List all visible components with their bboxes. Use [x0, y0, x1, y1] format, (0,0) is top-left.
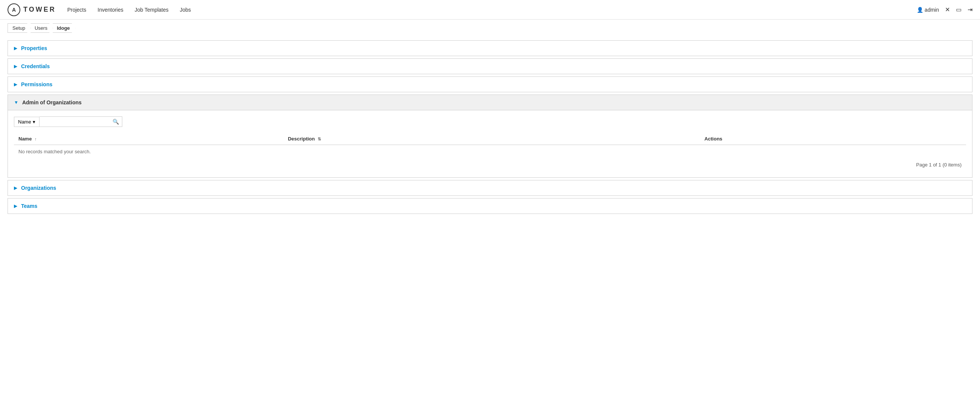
pagination-info: Page 1 of 1 (0 items) — [14, 158, 966, 171]
table-row-empty: No records matched your search. — [14, 145, 966, 158]
col-name-sort-icon: ↑ — [35, 137, 37, 141]
col-description-label: Description — [288, 136, 315, 142]
arrow-icon-organizations: ▶ — [14, 185, 18, 190]
monitor-icon[interactable]: ▭ — [956, 6, 962, 13]
section-body-admin-orgs: Name ▾ 🔍 Name ↑ De — [8, 110, 972, 177]
arrow-icon-admin-orgs: ▼ — [14, 100, 18, 105]
col-name-label: Name — [18, 136, 32, 142]
breadcrumb: Setup Users ldoge — [0, 19, 980, 37]
section-title-properties: Properties — [21, 45, 47, 51]
search-bar: Name ▾ 🔍 — [14, 117, 966, 127]
arrow-icon-teams: ▶ — [14, 203, 18, 209]
arrow-icon-properties: ▶ — [14, 46, 18, 51]
nav-links: Projects Inventories Job Templates Jobs — [67, 5, 917, 14]
col-description-sort-icon: ⇅ — [318, 137, 321, 141]
nav-user[interactable]: 👤 admin — [917, 7, 939, 13]
section-header-properties[interactable]: ▶ Properties — [8, 41, 972, 56]
admin-orgs-table: Name ↑ Description ⇅ Actions — [14, 133, 966, 158]
section-header-permissions[interactable]: ▶ Permissions — [8, 77, 972, 92]
col-header-name[interactable]: Name ↑ — [14, 133, 283, 145]
section-header-teams[interactable]: ▶ Teams — [8, 198, 972, 214]
brand-name: TOWER — [23, 6, 56, 14]
main-content: ▶ Properties ▶ Credentials ▶ Permissions… — [0, 37, 980, 220]
navbar: A TOWER Projects Inventories Job Templat… — [0, 0, 980, 19]
nav-link-jobs[interactable]: Jobs — [180, 5, 191, 14]
no-records-message: No records matched your search. — [14, 145, 966, 158]
brand-logo: A — [8, 3, 20, 16]
search-icon[interactable]: 🔍 — [110, 117, 122, 126]
section-header-admin-orgs[interactable]: ▼ Admin of Organizations — [8, 95, 972, 110]
section-title-admin-orgs: Admin of Organizations — [22, 99, 82, 105]
section-teams: ▶ Teams — [8, 198, 972, 214]
section-credentials: ▶ Credentials — [8, 58, 972, 74]
breadcrumb-item-users[interactable]: Users — [30, 23, 53, 33]
table-header-row: Name ↑ Description ⇅ Actions — [14, 133, 966, 145]
section-title-organizations: Organizations — [21, 185, 56, 191]
breadcrumb-item-ldoge[interactable]: ldoge — [52, 23, 76, 33]
brand: A TOWER — [8, 3, 56, 16]
filter-arrow-icon: ▾ — [33, 119, 35, 125]
section-title-teams: Teams — [21, 203, 37, 209]
nav-link-inventories[interactable]: Inventories — [97, 5, 123, 14]
filter-label: Name — [18, 119, 31, 125]
section-admin-orgs: ▼ Admin of Organizations Name ▾ 🔍 — [8, 94, 972, 178]
section-title-credentials: Credentials — [21, 63, 50, 69]
col-header-actions: Actions — [700, 133, 966, 145]
col-actions-label: Actions — [705, 136, 722, 142]
section-title-permissions: Permissions — [21, 81, 52, 87]
search-input[interactable] — [40, 117, 110, 126]
arrow-icon-permissions: ▶ — [14, 82, 18, 87]
nav-link-projects[interactable]: Projects — [67, 5, 87, 14]
section-properties: ▶ Properties — [8, 40, 972, 56]
filter-button[interactable]: Name ▾ — [14, 117, 40, 127]
section-organizations: ▶ Organizations — [8, 180, 972, 196]
user-icon: 👤 — [917, 7, 923, 13]
section-header-credentials[interactable]: ▶ Credentials — [8, 59, 972, 74]
logout-icon[interactable]: ⇥ — [967, 6, 972, 13]
nav-link-job-templates[interactable]: Job Templates — [135, 5, 169, 14]
section-permissions: ▶ Permissions — [8, 77, 972, 92]
col-header-description[interactable]: Description ⇅ — [283, 133, 700, 145]
arrow-icon-credentials: ▶ — [14, 64, 18, 69]
section-header-organizations[interactable]: ▶ Organizations — [8, 180, 972, 195]
search-input-wrapper: 🔍 — [40, 117, 123, 127]
nav-right: 👤 admin ✕ ▭ ⇥ — [917, 6, 972, 13]
breadcrumb-item-setup[interactable]: Setup — [8, 23, 31, 33]
settings-icon[interactable]: ✕ — [945, 6, 950, 13]
nav-username: admin — [925, 7, 939, 13]
